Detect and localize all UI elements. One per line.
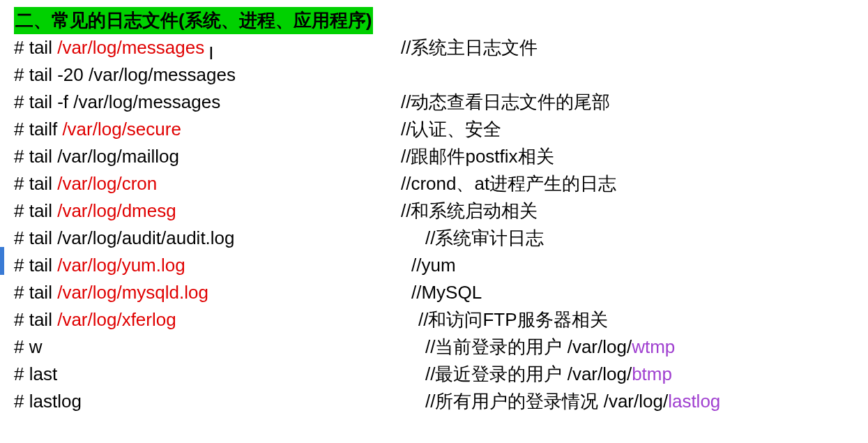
- command-text: # tail -f /var/log/messages: [14, 89, 220, 116]
- text-segment: //最近登录的用户 /var/log/: [425, 363, 632, 384]
- text-segment: # lastlog: [14, 391, 82, 412]
- command-text: # tailf /var/log/secure: [14, 116, 181, 143]
- text-segment: //crond、at进程产生的日志: [401, 173, 616, 194]
- text-cursor: I: [208, 40, 209, 58]
- log-line: # tail /var/log/mysqld.log//MySQL: [14, 279, 854, 306]
- path-red: /var/log/xferlog: [57, 309, 176, 330]
- path-red: /var/log/cron: [57, 173, 157, 194]
- text-segment: //系统审计日志: [425, 227, 544, 248]
- text-segment: //MySQL: [411, 282, 482, 303]
- log-line: # tail /var/log/cron//crond、at进程产生的日志: [14, 170, 854, 197]
- text-segment: # w: [14, 336, 42, 357]
- command-text: # tail /var/log/maillog: [14, 143, 179, 170]
- comment-text: //认证、安全: [401, 116, 501, 143]
- text-segment: //当前登录的用户 /var/log/: [425, 336, 632, 357]
- text-segment: //和系统启动相关: [401, 200, 538, 221]
- command-text: # last: [14, 361, 57, 388]
- comment-text: //MySQL: [411, 279, 482, 306]
- log-line: # tail /var/log/maillog//跟邮件postfix相关: [14, 143, 854, 170]
- text-segment: # tail: [14, 309, 57, 330]
- log-line: # lastlog//所有用户的登录情况 /var/log/lastlog: [14, 388, 854, 415]
- text-segment: # tail: [14, 200, 57, 221]
- log-line: # last//最近登录的用户 /var/log/btmp: [14, 361, 854, 388]
- text-segment: //系统主日志文件: [401, 37, 538, 58]
- comment-text: //和系统启动相关: [401, 197, 538, 225]
- comment-text: //当前登录的用户 /var/log/wtmp: [425, 333, 675, 361]
- path-red: /var/log/dmesg: [57, 200, 176, 221]
- log-line: # tail /var/log/dmesg//和系统启动相关: [14, 197, 854, 225]
- path-purple: lastlog: [668, 391, 720, 412]
- text-segment: //认证、安全: [401, 119, 501, 140]
- command-text: # tail /var/log/yum.log: [14, 252, 185, 279]
- log-line: # tailf /var/log/secure//认证、安全: [14, 116, 854, 143]
- command-text: # w: [14, 333, 42, 361]
- text-segment: # last: [14, 363, 57, 384]
- log-line: # w//当前登录的用户 /var/log/wtmp: [14, 333, 854, 361]
- comment-text: //和访问FTP服务器相关: [418, 306, 608, 333]
- log-line: # tail -20 /var/log/messages: [14, 61, 854, 89]
- log-line: # tail /var/log/messages I//系统主日志文件: [14, 34, 854, 61]
- path-purple: btmp: [632, 363, 672, 384]
- comment-text: //所有用户的登录情况 /var/log/lastlog: [425, 388, 720, 415]
- path-red: /var/log/secure: [62, 119, 181, 140]
- text-segment: # tail /var/log/audit/audit.log: [14, 227, 235, 248]
- log-line: # tail /var/log/xferlog//和访问FTP服务器相关: [14, 306, 854, 333]
- selection-marker: [0, 247, 4, 275]
- comment-text: //动态查看日志文件的尾部: [401, 89, 610, 116]
- comment-text: //yum: [411, 252, 456, 279]
- path-red: /var/log/mysqld.log: [57, 282, 208, 303]
- log-line: # tail /var/log/yum.log//yum: [14, 252, 854, 279]
- command-text: # tail /var/log/xferlog: [14, 306, 176, 333]
- text-segment: # tail: [14, 173, 57, 194]
- text-segment: # tail: [14, 37, 57, 58]
- command-text: # tail /var/log/messages I: [14, 34, 209, 61]
- text-segment: # tail -20 /var/log/messages: [14, 64, 236, 85]
- text-segment: # tail -f /var/log/messages: [14, 91, 220, 112]
- command-text: # lastlog: [14, 388, 82, 415]
- comment-text: //系统审计日志: [425, 225, 544, 252]
- command-text: # tail -20 /var/log/messages: [14, 61, 236, 89]
- log-line: # tail /var/log/audit/audit.log//系统审计日志: [14, 225, 854, 252]
- text-segment: # tail /var/log/maillog: [14, 146, 179, 167]
- comment-text: //跟邮件postfix相关: [401, 143, 554, 170]
- section-heading: 二、常见的日志文件(系统、进程、应用程序): [14, 7, 373, 34]
- text-segment: //跟邮件postfix相关: [401, 146, 554, 167]
- path-red: /var/log/yum.log: [57, 255, 185, 276]
- text-segment: # tail: [14, 282, 57, 303]
- comment-text: //系统主日志文件: [401, 34, 538, 61]
- text-segment: # tailf: [14, 119, 62, 140]
- path-purple: wtmp: [632, 336, 675, 357]
- comment-text: //crond、at进程产生的日志: [401, 170, 616, 197]
- log-line: # tail -f /var/log/messages//动态查看日志文件的尾部: [14, 89, 854, 116]
- command-text: # tail /var/log/cron: [14, 170, 157, 197]
- text-segment: //动态查看日志文件的尾部: [401, 91, 610, 112]
- command-text: # tail /var/log/dmesg: [14, 197, 176, 225]
- command-text: # tail /var/log/mysqld.log: [14, 279, 208, 306]
- text-segment: //yum: [411, 255, 456, 276]
- text-segment: //和访问FTP服务器相关: [418, 309, 608, 330]
- command-text: # tail /var/log/audit/audit.log: [14, 225, 235, 252]
- text-segment: # tail: [14, 255, 57, 276]
- text-segment: //所有用户的登录情况 /var/log/: [425, 391, 668, 412]
- log-file-list: # tail /var/log/messages I//系统主日志文件# tai…: [14, 34, 854, 415]
- comment-text: //最近登录的用户 /var/log/btmp: [425, 361, 672, 388]
- path-red: /var/log/messages: [57, 37, 204, 58]
